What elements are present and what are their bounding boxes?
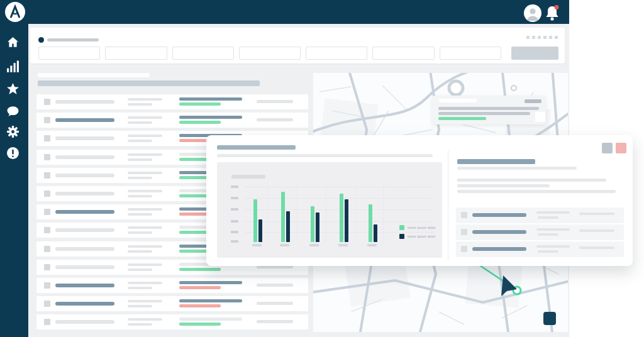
bar-series2-group4: [345, 199, 348, 242]
table-row[interactable]: [36, 113, 308, 128]
item-detail-line: [536, 228, 570, 231]
row-checkbox[interactable]: [44, 154, 50, 160]
tooltip-thumb-button[interactable]: [535, 112, 545, 122]
y-axis-tick: [231, 208, 238, 211]
bar-series1-group1: [253, 199, 257, 242]
row-detail-line: [128, 158, 152, 161]
sidebar-item-messages[interactable]: [6, 104, 19, 118]
legend-item: lorem ipsum dolor: [399, 234, 436, 239]
row-name-line: [55, 265, 114, 269]
row-name-line: [55, 228, 114, 232]
filter-input-5[interactable]: [306, 47, 367, 60]
table-row[interactable]: [36, 296, 308, 311]
toolbar-menu-dots[interactable]: [526, 36, 558, 39]
person-icon: [524, 4, 541, 22]
legend-swatch: [399, 225, 404, 230]
table-row[interactable]: [36, 94, 308, 109]
title-dot: [38, 37, 44, 43]
sidebar-item-analytics[interactable]: [6, 60, 19, 73]
row-checkbox[interactable]: [44, 99, 50, 105]
row-detail-line: [128, 190, 162, 192]
row-detail-line: [128, 250, 152, 253]
row-checkbox[interactable]: [44, 264, 50, 270]
gridline-vertical: [297, 182, 297, 243]
detail-list-item[interactable]: [456, 207, 624, 223]
gridline-vertical: [267, 182, 268, 243]
map-control-button[interactable]: [543, 312, 556, 325]
row-name-line: [55, 302, 114, 306]
filter-input-3[interactable]: [172, 47, 234, 60]
star-icon: [6, 82, 19, 96]
notifications-button[interactable]: [545, 4, 560, 21]
chart-title-placeholder: [231, 175, 265, 179]
row-detail-line: [128, 213, 152, 216]
filter-input-1[interactable]: [38, 47, 100, 60]
row-detail-line: [128, 121, 152, 124]
sidebar-item-home[interactable]: [6, 36, 19, 49]
row-checkbox[interactable]: [44, 172, 50, 179]
row-checkbox[interactable]: [44, 319, 50, 325]
row-accent-line: [179, 102, 221, 106]
y-axis-tick: [231, 197, 238, 199]
bar-series1-group4: [340, 194, 343, 242]
row-detail-line: [128, 177, 152, 179]
sidebar-item-alerts[interactable]: [6, 146, 19, 160]
filter-input-2[interactable]: [105, 47, 167, 60]
table-row[interactable]: [36, 314, 308, 329]
paragraph-line: [457, 190, 616, 193]
row-accent-line: [179, 304, 221, 307]
bar-chart: lorem ipsum dolorlorem ipsum dolor: [217, 162, 442, 258]
bar-series2-group2: [286, 211, 290, 242]
app-logo[interactable]: [5, 2, 25, 22]
chat-bubble-icon: [6, 104, 19, 118]
sidebar-item-settings[interactable]: [6, 125, 19, 138]
filter-input-6[interactable]: [372, 47, 434, 60]
row-checkbox[interactable]: [44, 301, 50, 307]
detail-list-item[interactable]: [456, 241, 624, 257]
detail-list-item[interactable]: [456, 224, 624, 240]
row-detail-line: [128, 135, 162, 137]
legend-label: lorem ipsum dolor: [408, 226, 436, 229]
filter-inputs-row: [38, 47, 558, 60]
x-axis-label-placeholder: [367, 244, 377, 246]
filter-input-7[interactable]: [440, 47, 501, 60]
item-checkbox[interactable]: [461, 229, 467, 235]
row-detail-line: [128, 103, 152, 106]
row-meta-line: [257, 118, 293, 121]
filter-toolbar: [30, 28, 565, 64]
item-detail-line: [538, 250, 558, 253]
table-row[interactable]: [36, 278, 308, 293]
row-checkbox[interactable]: [44, 135, 50, 141]
row-name-line: [55, 100, 114, 104]
y-axis-tick: [231, 220, 238, 223]
row-checkbox[interactable]: [44, 191, 50, 197]
gridline-vertical: [355, 182, 356, 243]
pink-action-button[interactable]: [616, 143, 626, 153]
gridline: [245, 187, 434, 187]
row-checkbox[interactable]: [44, 117, 50, 123]
gray-action-button[interactable]: [602, 143, 613, 153]
item-title-line: [472, 230, 526, 234]
row-checkbox[interactable]: [44, 209, 50, 215]
row-name-line: [55, 210, 114, 214]
item-checkbox[interactable]: [461, 212, 467, 218]
x-axis-label-placeholder: [252, 244, 262, 246]
row-checkbox[interactable]: [44, 246, 50, 252]
sidebar-nav: [0, 24, 28, 337]
filter-input-4[interactable]: [239, 47, 301, 60]
row-accent-line: [179, 286, 221, 289]
row-checkbox[interactable]: [44, 282, 50, 289]
row-status-line: [179, 281, 242, 284]
sidebar-item-favorites[interactable]: [6, 82, 19, 96]
row-detail-line: [128, 195, 152, 197]
app-window: lorem ipsum dolorlorem ipsum dolor: [0, 0, 644, 337]
item-checkbox[interactable]: [461, 246, 467, 252]
user-avatar[interactable]: [524, 4, 541, 22]
row-meta-line: [257, 302, 293, 305]
apply-filters-button[interactable]: [511, 47, 558, 60]
row-name-line: [55, 320, 114, 324]
gridline-vertical: [326, 182, 326, 243]
row-detail-line: [128, 300, 162, 302]
row-checkbox[interactable]: [44, 227, 50, 233]
panel-title-placeholder: [457, 159, 535, 164]
